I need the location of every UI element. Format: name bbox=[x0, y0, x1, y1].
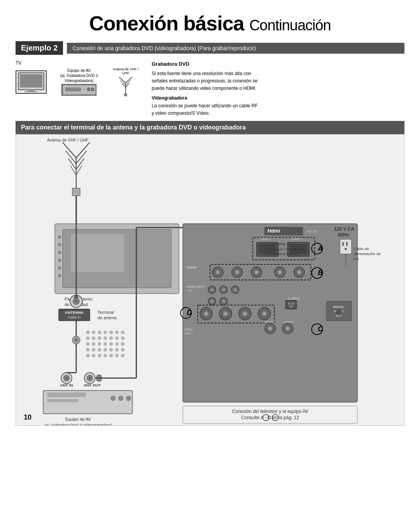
example-badge: Ejemplo 2 bbox=[16, 41, 63, 55]
svg-rect-106 bbox=[47, 399, 78, 402]
svg-text:120 V CA: 120 V CA bbox=[334, 226, 354, 232]
svg-rect-200 bbox=[345, 248, 347, 250]
dvd-title: Grabadora DVD bbox=[152, 60, 404, 68]
svg-rect-3 bbox=[24, 91, 38, 92]
svg-text:alimentación de CA): alimentación de CA) bbox=[268, 252, 300, 256]
antenna-small-diagram: Antena de VHF / UHF bbox=[111, 67, 140, 96]
svg-point-44 bbox=[75, 300, 77, 303]
svg-point-92 bbox=[65, 377, 67, 379]
svg-point-73 bbox=[110, 342, 113, 345]
svg-rect-199 bbox=[346, 242, 348, 246]
svg-rect-32 bbox=[58, 251, 61, 254]
svg-point-134 bbox=[256, 271, 258, 273]
svg-point-6 bbox=[87, 88, 90, 91]
section-header: Para conectar el terminal de la antena y… bbox=[16, 121, 404, 134]
svg-text:HDMI 1: HDMI 1 bbox=[261, 237, 271, 241]
svg-rect-26 bbox=[72, 188, 80, 196]
svg-point-64 bbox=[98, 337, 101, 340]
svg-point-55 bbox=[86, 331, 89, 334]
svg-point-169 bbox=[224, 313, 227, 315]
av-label: Equipo de AV (ej. Grabadora DVD ó Videog… bbox=[51, 68, 107, 83]
svg-point-84 bbox=[92, 354, 95, 357]
svg-text:Hdmi: Hdmi bbox=[268, 228, 280, 234]
svg-point-76 bbox=[86, 348, 89, 351]
svg-point-160 bbox=[292, 303, 294, 304]
svg-text:de antena: de antena bbox=[98, 315, 117, 320]
example-description: Conexión de una grabadora DVD (videograb… bbox=[67, 43, 404, 54]
svg-point-193 bbox=[336, 309, 342, 315]
svg-point-65 bbox=[104, 337, 107, 340]
svg-point-7 bbox=[91, 88, 94, 91]
svg-point-159 bbox=[288, 303, 289, 304]
tv-label: TV bbox=[16, 60, 21, 66]
svg-point-72 bbox=[104, 342, 107, 345]
vcr-title: Videograbadora bbox=[152, 94, 404, 102]
svg-text:Conexión del televisor y el eq: Conexión del televisor y el equipo AV bbox=[232, 409, 308, 414]
svg-text:* Vea pág. 8: * Vea pág. 8 bbox=[268, 241, 290, 246]
svg-text:ANT IN: ANT IN bbox=[60, 383, 73, 387]
svg-point-56 bbox=[92, 331, 95, 334]
svg-rect-2 bbox=[28, 90, 35, 91]
av-equipment-group: Equipo de AV (ej. Grabadora DVD ó Videog… bbox=[51, 68, 107, 96]
svg-text:ANTENNA: ANTENNA bbox=[65, 310, 84, 315]
svg-rect-1 bbox=[20, 74, 42, 87]
svg-text:AUDIO: AUDIO bbox=[187, 266, 197, 269]
svg-point-149 bbox=[222, 288, 226, 292]
svg-point-66 bbox=[110, 337, 113, 340]
svg-point-181 bbox=[269, 327, 271, 330]
svg-text:Equipo de AV: Equipo de AV bbox=[65, 417, 91, 422]
vcr-box bbox=[61, 84, 96, 96]
antenna-icon bbox=[116, 75, 135, 96]
svg-point-128 bbox=[217, 271, 219, 273]
svg-text:PROG: PROG bbox=[185, 328, 193, 331]
svg-rect-39 bbox=[70, 233, 125, 272]
svg-point-88 bbox=[116, 354, 119, 357]
svg-point-107 bbox=[111, 396, 116, 401]
svg-point-61 bbox=[121, 331, 124, 334]
page-title: Conexión básica Continuación bbox=[16, 12, 404, 35]
svg-point-131 bbox=[236, 271, 238, 273]
svg-point-175 bbox=[263, 313, 266, 315]
svg-point-60 bbox=[116, 331, 119, 334]
subtitle-text: Continuación bbox=[249, 17, 331, 33]
svg-point-86 bbox=[104, 354, 107, 357]
svg-point-68 bbox=[121, 337, 124, 340]
svg-point-81 bbox=[116, 348, 119, 351]
svg-rect-5 bbox=[65, 87, 81, 91]
svg-point-80 bbox=[110, 348, 113, 351]
page-container: Conexión básica Continuación Ejemplo 2 C… bbox=[16, 12, 404, 426]
svg-point-137 bbox=[279, 271, 281, 273]
svg-point-151 bbox=[233, 288, 237, 292]
svg-point-67 bbox=[116, 337, 119, 340]
svg-rect-35 bbox=[58, 274, 61, 277]
svg-rect-30 bbox=[58, 235, 61, 238]
svg-text:IN: IN bbox=[189, 289, 191, 292]
svg-line-14 bbox=[126, 84, 129, 87]
svg-point-184 bbox=[286, 327, 289, 330]
top-diagram: TV Equipo de AV bbox=[16, 60, 404, 117]
svg-text:DIGITAL: DIGITAL bbox=[333, 305, 345, 309]
svg-point-77 bbox=[92, 348, 95, 351]
tv-diagram: Equipo de AV (ej. Grabadora DVD ó Videog… bbox=[16, 67, 140, 96]
svg-text:60Hz: 60Hz bbox=[338, 232, 349, 238]
svg-rect-197 bbox=[340, 239, 352, 254]
svg-point-155 bbox=[222, 299, 226, 303]
tv-icon bbox=[18, 72, 45, 92]
vcr-text: La conexión se puede hacer utilizando un… bbox=[152, 102, 404, 117]
svg-point-166 bbox=[205, 313, 207, 315]
svg-text:alimentación de: alimentación de bbox=[354, 252, 381, 256]
svg-text:(Conexión del cable de: (Conexión del cable de bbox=[268, 247, 304, 251]
svg-point-108 bbox=[119, 396, 123, 401]
svg-point-70 bbox=[92, 342, 95, 345]
svg-rect-105 bbox=[47, 392, 86, 397]
svg-point-58 bbox=[104, 331, 107, 334]
top-diagram-right: Grabadora DVD Si esta fuente tiene una r… bbox=[152, 60, 404, 117]
svg-text:Cable In: Cable In bbox=[68, 315, 80, 319]
svg-point-83 bbox=[86, 354, 89, 357]
svg-rect-31 bbox=[58, 243, 61, 246]
svg-point-87 bbox=[110, 354, 113, 357]
svg-text:HDMI 2: HDMI 2 bbox=[291, 237, 302, 241]
svg-text:(ej. Grabadora DVD ó Videograb: (ej. Grabadora DVD ó Videograbadora) bbox=[44, 423, 112, 425]
tv-box bbox=[16, 70, 47, 94]
svg-point-109 bbox=[126, 396, 131, 401]
